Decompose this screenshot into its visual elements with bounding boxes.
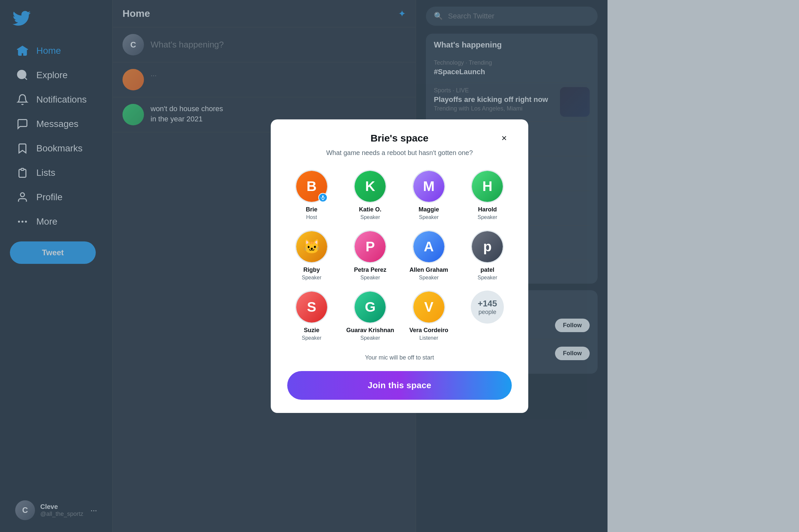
speaker-name-brie: Brie <box>306 206 317 213</box>
speaker-avatar-wrap-guarav: G <box>353 290 387 324</box>
speaker-role-vera: Listener <box>419 335 438 341</box>
speaker-avatar-img-rigby: 🐱 <box>296 231 327 262</box>
modal-title: Brie's space <box>370 133 429 144</box>
speaker-name-harold: Harold <box>478 206 497 213</box>
modal-mic-notice: Your mic will be off to start <box>287 354 512 361</box>
speaker-name-katie: Katie O. <box>359 206 381 213</box>
modal-close-button[interactable]: × <box>496 131 512 146</box>
speaker-name-rigby: Rigby <box>304 266 320 273</box>
speaker-role-katie: Speaker <box>360 214 380 220</box>
speaker-avatar-maggie: M <box>412 170 446 203</box>
speaker-avatar-img-suzie: S <box>296 291 327 323</box>
speaker-avatar-img-petra: P <box>355 231 386 262</box>
speaker-allen: A Allen Graham Speaker <box>404 230 453 281</box>
speaker-name-allen: Allen Graham <box>410 266 448 273</box>
speaker-name-guarav: Guarav Krishnan <box>346 327 394 334</box>
space-modal: Brie's space × What game needs a reboot … <box>271 119 528 413</box>
speaker-role-harold: Speaker <box>477 214 497 220</box>
speaker-avatar-patel: p <box>471 230 504 263</box>
speaker-avatar-suzie: S <box>295 290 328 324</box>
speaker-avatar-wrap-harold: H <box>471 170 504 203</box>
speaker-avatar-img-vera: V <box>413 291 444 323</box>
speaker-avatar-wrap-petra: P <box>353 230 387 263</box>
speaker-avatar-img-harold: H <box>472 171 503 202</box>
speaker-avatar-wrap-suzie: S <box>295 290 328 324</box>
speaker-vera: V Vera Cordeiro Listener <box>404 290 453 341</box>
speaker-role-patel: Speaker <box>477 275 497 281</box>
speaker-avatar-img-guarav: G <box>355 291 386 323</box>
speaker-avatar-wrap-vera: V <box>412 290 446 324</box>
speaker-role-petra: Speaker <box>360 275 380 281</box>
speaker-avatar-wrap-rigby: 🐱 <box>295 230 328 263</box>
speaker-role-guarav: Speaker <box>360 335 380 341</box>
speaker-avatar-wrap-brie: B <box>295 170 328 203</box>
speaker-name-petra: Petra Perez <box>354 266 386 273</box>
speaker-rigby: 🐱 Rigby Speaker <box>287 230 336 281</box>
speaker-avatar-wrap-maggie: M <box>412 170 446 203</box>
modal-subtitle: What game needs a reboot but hasn't gott… <box>287 149 512 157</box>
speaker-patel: p patel Speaker <box>463 230 512 281</box>
speaker-maggie: M Maggie Speaker <box>404 170 453 220</box>
speaker-avatar-img-katie: K <box>355 171 386 202</box>
speaker-avatar-img-maggie: M <box>413 171 444 202</box>
plus-people-label: people <box>478 309 496 316</box>
speaker-avatar-harold: H <box>471 170 504 203</box>
speaker-avatar-wrap-patel: p <box>471 230 504 263</box>
speaker-role-maggie: Speaker <box>419 214 439 220</box>
speaker-avatar-wrap-allen: A <box>412 230 446 263</box>
speaker-avatar-vera: V <box>412 290 446 324</box>
speaker-name-maggie: Maggie <box>419 206 439 213</box>
speaker-guarav: G Guarav Krishnan Speaker <box>346 290 395 341</box>
speaker-suzie: S Suzie Speaker <box>287 290 336 341</box>
speaker-name-suzie: Suzie <box>304 327 319 334</box>
plus-people-item: +145 people <box>463 290 512 341</box>
speaker-harold: H Harold Speaker <box>463 170 512 220</box>
speaker-katie: K Katie O. Speaker <box>346 170 395 220</box>
speaker-avatar-katie: K <box>353 170 387 203</box>
plus-people-count: +145 <box>478 299 497 309</box>
modal-overlay[interactable]: Brie's space × What game needs a reboot … <box>0 0 799 532</box>
modal-header: Brie's space × <box>287 133 512 144</box>
speakers-grid: B Brie Host K Katie O. Speaker <box>287 170 512 341</box>
speaker-petra: P Petra Perez Speaker <box>346 230 395 281</box>
speaker-brie: B Brie Host <box>287 170 336 220</box>
speaker-avatar-img-allen: A <box>413 231 444 262</box>
speaker-avatar-guarav: G <box>353 290 387 324</box>
plus-people-circle: +145 people <box>471 290 504 324</box>
speaker-avatar-wrap-katie: K <box>353 170 387 203</box>
speaker-role-brie: Host <box>306 214 317 220</box>
speaker-role-rigby: Speaker <box>302 275 322 281</box>
speaker-avatar-rigby: 🐱 <box>295 230 328 263</box>
join-space-button[interactable]: Join this space <box>287 371 512 400</box>
speaker-avatar-img-patel: p <box>472 231 503 262</box>
speaker-avatar-allen: A <box>412 230 446 263</box>
host-badge-brie <box>318 193 328 202</box>
speaker-role-allen: Speaker <box>419 275 439 281</box>
speaker-avatar-petra: P <box>353 230 387 263</box>
speaker-name-vera: Vera Cordeiro <box>410 327 448 334</box>
speaker-role-suzie: Speaker <box>302 335 322 341</box>
speaker-name-patel: patel <box>480 266 494 273</box>
